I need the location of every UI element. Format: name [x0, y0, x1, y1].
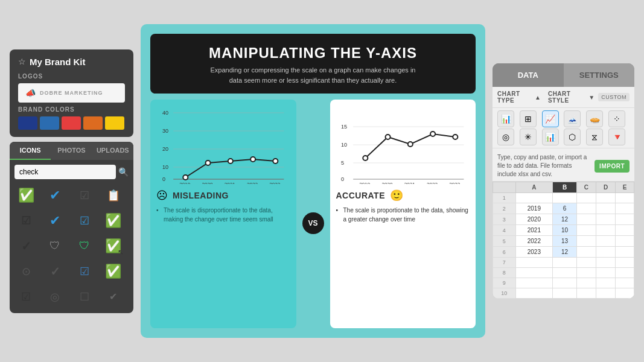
table-cell-c-10[interactable] [576, 288, 596, 299]
icon-simple-check2[interactable]: ✓ [43, 260, 66, 283]
table-cell-c-7[interactable] [576, 258, 596, 268]
megaphone-icon: 📣 [25, 88, 36, 98]
tab-data[interactable]: DATA [493, 63, 564, 87]
table-cell-d-7[interactable] [596, 258, 615, 268]
icon-shield-outline[interactable]: 🛡 [43, 235, 66, 258]
table-cell-c-1[interactable] [576, 193, 596, 203]
import-text: Type, copy and paste, or import a file t… [497, 153, 591, 179]
table-cell-d-4[interactable] [596, 225, 615, 236]
table-cell-d-5[interactable] [596, 236, 615, 247]
table-cell-b-2[interactable]: 6 [553, 203, 577, 214]
icon-list-check[interactable]: 📋 [102, 184, 125, 207]
tab-icons[interactable]: ICONS [10, 142, 51, 160]
table-cell-a-2[interactable]: 2019 [515, 203, 553, 214]
table-cell-d-8[interactable] [596, 268, 615, 278]
table-cell-e-4[interactable] [616, 225, 634, 236]
table-cell-a-5[interactable]: 2022 [515, 236, 553, 247]
chart-btn-filter[interactable]: 🔻 [608, 129, 625, 145]
misleading-bullets: The scale is disproportionate to the dat… [156, 206, 290, 224]
icon-green-check4[interactable]: ✅ [102, 260, 125, 283]
table-cell-e-9[interactable] [616, 278, 634, 288]
table-cell-b-8[interactable] [553, 268, 577, 278]
table-cell-a-7[interactable] [515, 258, 553, 268]
table-cell-e-3[interactable] [616, 214, 634, 225]
table-cell-b-1[interactable] [553, 193, 577, 203]
table-cell-e-2[interactable] [616, 203, 634, 214]
table-cell-e-7[interactable] [616, 258, 634, 268]
icon-green-circle-check[interactable]: ✅ [102, 235, 125, 258]
table-cell-c-8[interactable] [576, 268, 596, 278]
icon-green-filled-check[interactable]: ✅ [14, 184, 37, 207]
table-cell-d-3[interactable] [596, 214, 615, 225]
table-cell-b-10[interactable] [553, 288, 577, 299]
svg-text:2023: 2023 [269, 182, 280, 184]
svg-text:20: 20 [162, 146, 168, 152]
tab-uploads[interactable]: UPLOADS [92, 142, 133, 160]
icon-circle-check3[interactable]: ◎ [43, 285, 66, 308]
table-cell-c-9[interactable] [576, 278, 596, 288]
icon-circle-check[interactable]: ✔ [43, 209, 66, 232]
table-cell-b-3[interactable]: 12 [553, 214, 577, 225]
table-cell-a-10[interactable] [515, 288, 553, 299]
table-cell-c-2[interactable] [576, 203, 596, 214]
icon-checkbox-bold[interactable]: ☑ [14, 209, 37, 232]
icon-green-check-circle[interactable]: ✅ [102, 209, 125, 232]
svg-text:2019: 2019 [359, 182, 370, 184]
icon-checkbox-check2[interactable]: ☑ [73, 209, 96, 232]
star-icon: ☆ [18, 57, 26, 66]
table-cell-b-4[interactable]: 10 [553, 225, 577, 236]
table-cell-c-5[interactable] [576, 236, 596, 247]
icon-green-shield[interactable]: 🛡 [73, 235, 96, 258]
table-cell-d-6[interactable] [596, 247, 615, 258]
table-cell-b-7[interactable] [553, 258, 577, 268]
chart-btn-table[interactable]: ⊞ [520, 110, 537, 127]
table-cell-b-6[interactable]: 12 [553, 247, 577, 258]
table-cell-e-6[interactable] [616, 247, 634, 258]
table-cell-e-1[interactable] [616, 193, 634, 203]
table-cell-a-9[interactable] [515, 278, 553, 288]
table-cell-e-10[interactable] [616, 288, 634, 299]
chart-btn-donut[interactable]: ◎ [497, 129, 514, 145]
chart-btn-funnel[interactable]: ⧖ [586, 129, 603, 145]
table-cell-e-5[interactable] [616, 236, 634, 247]
icon-dark-checkbox[interactable]: ☑ [14, 285, 37, 308]
table-cell-a-6[interactable]: 2023 [515, 247, 553, 258]
table-cell-d-1[interactable] [596, 193, 615, 203]
table-cell-a-8[interactable] [515, 268, 553, 278]
icon-cb-outline2[interactable]: ☐ [73, 285, 96, 308]
icon-blue-check-circle[interactable]: ✔ [43, 184, 66, 207]
chart-btn-bar[interactable]: 📊 [497, 110, 514, 127]
icon-cb-blue-check[interactable]: ☑ [73, 260, 96, 283]
right-panel: DATA SETTINGS CHART TYPE ▲ CHART STYLE ▼… [493, 63, 634, 299]
tab-settings[interactable]: SETTINGS [564, 63, 635, 87]
chart-btn-gauge[interactable]: ⬡ [564, 129, 581, 145]
tab-photos[interactable]: PHOTOS [51, 142, 92, 160]
search-button[interactable]: 🔍 [118, 167, 129, 177]
table-cell-a-1[interactable] [515, 193, 553, 203]
icon-cb-plain2[interactable]: ✔ [102, 285, 125, 308]
import-button[interactable]: IMPORT [595, 160, 630, 173]
icon-simple-check[interactable]: ✓ [14, 235, 37, 258]
table-cell-b-9[interactable] [553, 278, 577, 288]
chart-btn-radial[interactable]: ✳ [520, 129, 537, 145]
chart-btn-scatter[interactable]: ⁘ [608, 110, 625, 127]
chart-btn-pie[interactable]: 🥧 [586, 110, 603, 127]
table-cell-c-3[interactable] [576, 214, 596, 225]
chart-btn-column[interactable]: 📊 [542, 129, 559, 145]
table-cell-a-3[interactable]: 2020 [515, 214, 553, 225]
icon-outlined-check-box[interactable]: ☑ [73, 184, 96, 207]
table-cell-e-8[interactable] [616, 268, 634, 278]
table-cell-b-5[interactable]: 13 [553, 236, 577, 247]
table-cell-c-6[interactable] [576, 247, 596, 258]
chart-btn-line[interactable]: 📈 [542, 110, 559, 127]
chart-btn-area[interactable]: 🗻 [564, 110, 581, 127]
table-cell-c-4[interactable] [576, 225, 596, 236]
canvas-area: MANIPULATING THE Y-AXIS Expanding or com… [141, 24, 485, 338]
icon-circle-outline-check[interactable]: ⊙ [14, 260, 37, 283]
svg-text:2023: 2023 [449, 182, 460, 184]
search-input[interactable] [14, 165, 116, 179]
table-cell-d-2[interactable] [596, 203, 615, 214]
table-cell-a-4[interactable]: 2021 [515, 225, 553, 236]
table-cell-d-10[interactable] [596, 288, 615, 299]
table-cell-d-9[interactable] [596, 278, 615, 288]
